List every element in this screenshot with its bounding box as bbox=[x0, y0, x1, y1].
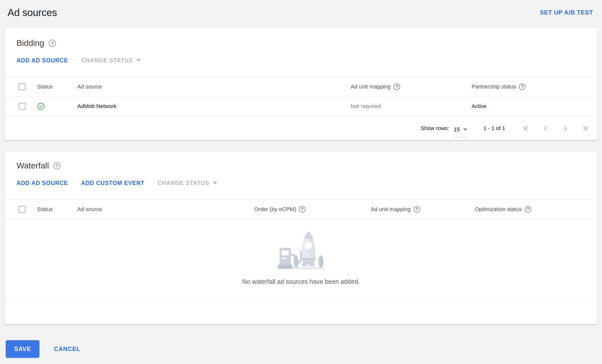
help-icon[interactable]: ? bbox=[49, 40, 56, 47]
bidding-card: Bidding ? ADD AD SOURCE CHANGE STATUS St… bbox=[5, 28, 597, 140]
partnership-status-value: Active bbox=[467, 97, 597, 116]
previous-page-button[interactable] bbox=[542, 124, 550, 132]
pagination-range: 1 - 1 of 1 bbox=[483, 125, 505, 132]
waterfall-card-header: Waterfall ? ADD AD SOURCE ADD CUSTOM EVE… bbox=[5, 152, 597, 199]
bottom-action-bar: SAVE CANCEL bbox=[6, 340, 602, 358]
bidding-title: Bidding bbox=[17, 38, 44, 48]
chevron-down-icon bbox=[463, 128, 468, 131]
chevron-down-icon bbox=[136, 59, 141, 62]
add-custom-event-button[interactable]: ADD CUSTOM EVENT bbox=[81, 180, 144, 187]
top-bar: Ad sources SET UP A/B TEST bbox=[0, 0, 602, 25]
cancel-button[interactable]: CANCEL bbox=[54, 345, 80, 352]
column-ad-source: Ad source bbox=[73, 77, 346, 96]
help-icon[interactable]: ? bbox=[519, 83, 525, 90]
waterfall-title: Waterfall bbox=[17, 161, 49, 170]
last-page-icon bbox=[581, 124, 589, 132]
select-all-checkbox[interactable] bbox=[19, 83, 26, 90]
change-status-button[interactable]: CHANGE STATUS bbox=[81, 57, 141, 64]
chevron-down-icon bbox=[212, 181, 217, 185]
column-ad-unit-mapping: Ad unit mapping bbox=[351, 83, 391, 90]
add-ad-source-button[interactable]: ADD AD SOURCE bbox=[17, 180, 68, 187]
ad-source-name: AdMob Network bbox=[73, 97, 346, 116]
bidding-table-footer: Show rows: 15 1 - 1 of 1 bbox=[5, 116, 597, 140]
column-partnership-status: Partnership status bbox=[472, 83, 516, 90]
waterfall-table-header: Status Ad source Order (by eCPM) ? Ad un… bbox=[5, 199, 597, 219]
rows-per-page-value: 15 bbox=[454, 126, 460, 133]
show-rows-label: Show rows: bbox=[421, 125, 449, 132]
save-button[interactable]: SAVE bbox=[6, 340, 39, 358]
change-status-button[interactable]: CHANGE STATUS bbox=[158, 180, 217, 187]
add-ad-source-button[interactable]: ADD AD SOURCE bbox=[17, 57, 68, 64]
waterfall-empty-state: No waterfall ad sources have been added. bbox=[5, 219, 597, 300]
last-page-button[interactable] bbox=[581, 124, 589, 132]
chevron-right-icon bbox=[561, 124, 569, 132]
waterfall-card: Waterfall ? ADD AD SOURCE ADD CUSTOM EVE… bbox=[5, 152, 597, 324]
bidding-card-header: Bidding ? ADD AD SOURCE CHANGE STATUS bbox=[5, 28, 597, 77]
waterfall-table-footer bbox=[5, 300, 597, 324]
help-icon[interactable]: ? bbox=[525, 206, 531, 213]
ad-unit-mapping-value: Not required bbox=[346, 97, 467, 116]
bidding-table-header: Status Ad source Ad unit mapping ? Partn… bbox=[5, 77, 597, 97]
next-page-button[interactable] bbox=[561, 124, 569, 132]
change-status-label: CHANGE STATUS bbox=[158, 180, 209, 187]
column-order-ecpm: Order (by eCPM) bbox=[254, 206, 296, 213]
empty-state-message: No waterfall ad sources have been added. bbox=[242, 278, 360, 285]
rows-per-page-dropdown[interactable]: 15 bbox=[453, 125, 469, 137]
rocket-refuel-illustration bbox=[274, 229, 328, 271]
select-all-checkbox[interactable] bbox=[19, 206, 26, 213]
help-icon[interactable]: ? bbox=[299, 206, 306, 213]
row-checkbox[interactable] bbox=[19, 103, 26, 110]
help-icon[interactable]: ? bbox=[414, 206, 420, 213]
change-status-label: CHANGE STATUS bbox=[81, 57, 133, 64]
help-icon[interactable]: ? bbox=[53, 162, 61, 169]
page-title: Ad sources bbox=[8, 7, 57, 18]
setup-ab-test-button[interactable]: SET UP A/B TEST bbox=[540, 9, 593, 16]
column-optimization-status: Optimization status bbox=[475, 206, 522, 213]
first-page-button[interactable] bbox=[522, 124, 530, 132]
column-ad-unit-mapping: Ad unit mapping bbox=[371, 206, 411, 213]
column-ad-source: Ad source bbox=[73, 200, 250, 219]
active-status-icon bbox=[37, 103, 45, 110]
column-status: Status bbox=[33, 77, 73, 96]
table-row: AdMob Network Not required Active bbox=[5, 97, 597, 116]
help-icon[interactable]: ? bbox=[394, 83, 400, 90]
first-page-icon bbox=[522, 124, 530, 132]
column-status: Status bbox=[33, 200, 73, 219]
chevron-left-icon bbox=[542, 124, 550, 132]
